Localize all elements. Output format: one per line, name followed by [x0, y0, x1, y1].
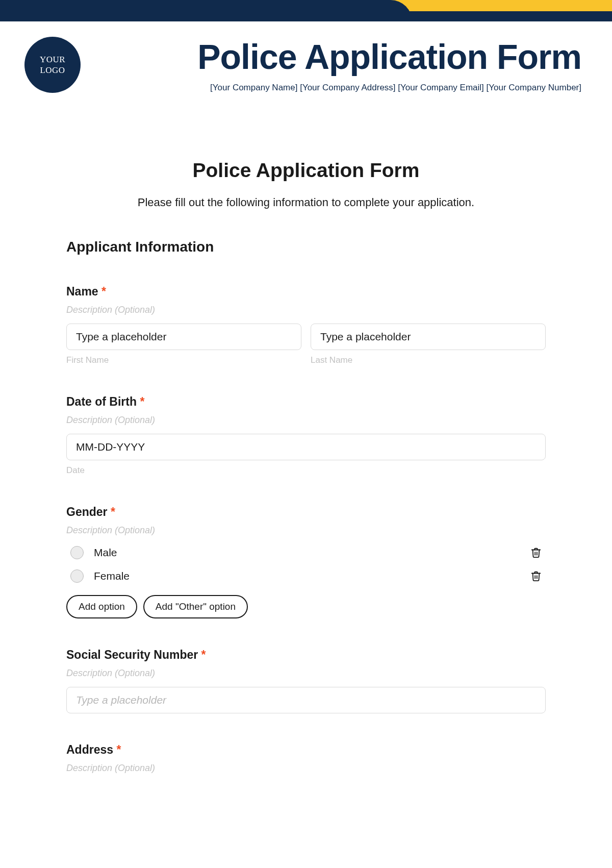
name-description[interactable]: Description (Optional): [66, 305, 546, 315]
last-name-sublabel: Last Name: [311, 355, 546, 365]
required-marker: *: [140, 395, 144, 408]
logo-line2: LOGO: [40, 65, 65, 75]
field-gender: Gender * Description (Optional) Male Fem…: [66, 505, 546, 618]
required-marker: *: [101, 285, 106, 298]
add-other-option-button[interactable]: Add "Other" option: [143, 595, 248, 618]
gender-female-label: Female: [94, 570, 530, 582]
top-banner: [0, 0, 612, 21]
logo-placeholder: YOUR LOGO: [24, 37, 81, 93]
required-marker: *: [201, 648, 206, 661]
dob-input[interactable]: [66, 434, 546, 460]
logo-line1: YOUR: [40, 55, 65, 64]
header-subinfo: [Your Company Name] [Your Company Addres…: [101, 83, 581, 93]
banner-accent: [388, 0, 612, 11]
form-body: Police Application Form Please fill out …: [0, 98, 612, 774]
ssn-input[interactable]: [66, 687, 546, 713]
add-option-button[interactable]: Add option: [66, 595, 137, 618]
ssn-label-text: Social Security Number: [66, 648, 198, 661]
header: YOUR LOGO Police Application Form [Your …: [0, 21, 612, 98]
gender-option-female[interactable]: Female: [66, 569, 546, 583]
form-intro: Please fill out the following informatio…: [66, 196, 546, 209]
ssn-description[interactable]: Description (Optional): [66, 668, 546, 679]
header-title: Police Application Form: [101, 37, 581, 77]
field-ssn: Social Security Number * Description (Op…: [66, 648, 546, 713]
ssn-label: Social Security Number *: [66, 648, 546, 662]
section-applicant-info: Applicant Information: [66, 239, 546, 255]
dob-description[interactable]: Description (Optional): [66, 415, 546, 426]
address-description[interactable]: Description (Optional): [66, 763, 546, 774]
name-label: Name *: [66, 285, 546, 299]
required-marker: *: [111, 505, 115, 518]
name-label-text: Name: [66, 285, 98, 298]
first-name-sublabel: First Name: [66, 355, 301, 365]
trash-icon[interactable]: [530, 570, 542, 582]
gender-option-male[interactable]: Male: [66, 546, 546, 559]
radio-icon[interactable]: [70, 546, 84, 559]
dob-label: Date of Birth *: [66, 395, 546, 409]
last-name-input[interactable]: [311, 324, 546, 350]
gender-label: Gender *: [66, 505, 546, 519]
field-address: Address * Description (Optional): [66, 743, 546, 774]
required-marker: *: [116, 743, 121, 756]
gender-male-label: Male: [94, 547, 530, 559]
gender-label-text: Gender: [66, 505, 108, 518]
first-name-input[interactable]: [66, 324, 301, 350]
field-dob: Date of Birth * Description (Optional) D…: [66, 395, 546, 476]
address-label: Address *: [66, 743, 546, 757]
dob-label-text: Date of Birth: [66, 395, 137, 408]
radio-icon[interactable]: [70, 569, 84, 583]
form-title: Police Application Form: [66, 159, 546, 182]
field-name: Name * Description (Optional) First Name…: [66, 285, 546, 365]
address-label-text: Address: [66, 743, 113, 756]
trash-icon[interactable]: [530, 547, 542, 559]
dob-sublabel: Date: [66, 465, 546, 476]
gender-description[interactable]: Description (Optional): [66, 525, 546, 536]
